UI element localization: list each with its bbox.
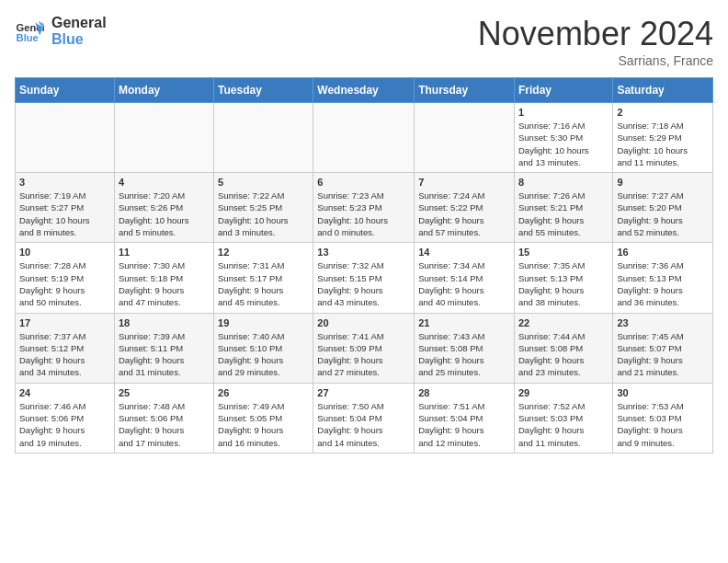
day-number: 21 [418, 317, 510, 328]
day-number: 29 [518, 387, 609, 398]
calendar-cell: 2Sunrise: 7:18 AMSunset: 5:29 PMDaylight… [613, 103, 713, 173]
svg-text:Blue: Blue [17, 32, 39, 43]
logo-icon: General Blue [15, 17, 44, 46]
calendar-week-row: 24Sunrise: 7:46 AMSunset: 5:06 PMDayligh… [16, 383, 713, 453]
day-number: 28 [418, 387, 510, 398]
day-info: Sunrise: 7:31 AMSunset: 5:17 PMDaylight:… [218, 259, 309, 308]
day-info: Sunrise: 7:43 AMSunset: 5:08 PMDaylight:… [418, 330, 510, 379]
calendar-cell: 20Sunrise: 7:41 AMSunset: 5:09 PMDayligh… [313, 313, 415, 383]
calendar-header-friday: Friday [514, 78, 612, 103]
day-number: 27 [317, 387, 410, 398]
calendar-cell: 13Sunrise: 7:32 AMSunset: 5:15 PMDayligh… [313, 243, 415, 313]
day-info: Sunrise: 7:36 AMSunset: 5:13 PMDaylight:… [617, 259, 709, 308]
calendar-cell: 29Sunrise: 7:52 AMSunset: 5:03 PMDayligh… [514, 383, 612, 453]
month-title: November 2024 [478, 15, 713, 53]
logo-text-general: General [51, 15, 107, 31]
day-info: Sunrise: 7:44 AMSunset: 5:08 PMDaylight:… [518, 330, 609, 379]
calendar-cell: 6Sunrise: 7:23 AMSunset: 5:23 PMDaylight… [313, 173, 415, 243]
calendar-week-row: 1Sunrise: 7:16 AMSunset: 5:30 PMDaylight… [16, 103, 713, 173]
calendar-cell: 14Sunrise: 7:34 AMSunset: 5:14 PMDayligh… [415, 243, 515, 313]
day-info: Sunrise: 7:52 AMSunset: 5:03 PMDaylight:… [518, 400, 609, 449]
calendar-cell: 5Sunrise: 7:22 AMSunset: 5:25 PMDaylight… [214, 173, 313, 243]
day-info: Sunrise: 7:35 AMSunset: 5:13 PMDaylight:… [518, 259, 609, 308]
calendar-cell: 27Sunrise: 7:50 AMSunset: 5:04 PMDayligh… [313, 383, 415, 453]
day-number: 24 [19, 387, 110, 398]
day-info: Sunrise: 7:37 AMSunset: 5:12 PMDaylight:… [19, 330, 110, 379]
calendar-header-wednesday: Wednesday [313, 78, 415, 103]
calendar-cell [214, 103, 313, 173]
day-number: 8 [518, 177, 609, 188]
day-number: 30 [617, 387, 709, 398]
day-info: Sunrise: 7:22 AMSunset: 5:25 PMDaylight:… [218, 190, 309, 238]
day-number: 7 [418, 177, 510, 188]
day-info: Sunrise: 7:51 AMSunset: 5:04 PMDaylight:… [418, 400, 510, 449]
calendar-cell: 21Sunrise: 7:43 AMSunset: 5:08 PMDayligh… [415, 313, 515, 383]
calendar-cell: 28Sunrise: 7:51 AMSunset: 5:04 PMDayligh… [415, 383, 515, 453]
day-number: 2 [617, 107, 709, 118]
day-number: 6 [317, 177, 410, 188]
calendar-cell: 22Sunrise: 7:44 AMSunset: 5:08 PMDayligh… [514, 313, 612, 383]
calendar-cell [114, 103, 213, 173]
day-info: Sunrise: 7:49 AMSunset: 5:05 PMDaylight:… [218, 400, 309, 449]
day-info: Sunrise: 7:23 AMSunset: 5:23 PMDaylight:… [317, 190, 410, 238]
calendar-header-saturday: Saturday [613, 78, 713, 103]
calendar-cell [415, 103, 515, 173]
calendar: SundayMondayTuesdayWednesdayThursdayFrid… [15, 77, 713, 454]
title-section: November 2024 Sarrians, France [478, 15, 713, 68]
calendar-cell [313, 103, 415, 173]
day-number: 22 [518, 317, 609, 328]
logo-text-blue: Blue [51, 31, 107, 48]
calendar-header-sunday: Sunday [16, 78, 115, 103]
day-info: Sunrise: 7:30 AMSunset: 5:18 PMDaylight:… [119, 259, 210, 308]
calendar-cell: 18Sunrise: 7:39 AMSunset: 5:11 PMDayligh… [114, 313, 213, 383]
calendar-header-row: SundayMondayTuesdayWednesdayThursdayFrid… [16, 78, 713, 103]
day-info: Sunrise: 7:20 AMSunset: 5:26 PMDaylight:… [119, 190, 210, 238]
calendar-cell: 8Sunrise: 7:26 AMSunset: 5:21 PMDaylight… [514, 173, 612, 243]
calendar-header-thursday: Thursday [415, 78, 515, 103]
calendar-header-tuesday: Tuesday [214, 78, 313, 103]
calendar-cell: 15Sunrise: 7:35 AMSunset: 5:13 PMDayligh… [514, 243, 612, 313]
day-info: Sunrise: 7:46 AMSunset: 5:06 PMDaylight:… [19, 400, 110, 449]
day-info: Sunrise: 7:34 AMSunset: 5:14 PMDaylight:… [418, 259, 510, 308]
day-info: Sunrise: 7:41 AMSunset: 5:09 PMDaylight:… [317, 330, 410, 379]
day-number: 18 [119, 317, 210, 328]
calendar-cell: 30Sunrise: 7:53 AMSunset: 5:03 PMDayligh… [613, 383, 713, 453]
day-number: 14 [418, 247, 510, 258]
day-number: 20 [317, 317, 410, 328]
calendar-cell: 7Sunrise: 7:24 AMSunset: 5:22 PMDaylight… [415, 173, 515, 243]
day-info: Sunrise: 7:19 AMSunset: 5:27 PMDaylight:… [19, 190, 110, 238]
day-number: 23 [617, 317, 709, 328]
calendar-cell: 4Sunrise: 7:20 AMSunset: 5:26 PMDaylight… [114, 173, 213, 243]
day-number: 4 [119, 177, 210, 188]
calendar-cell: 3Sunrise: 7:19 AMSunset: 5:27 PMDaylight… [16, 173, 115, 243]
day-number: 25 [119, 387, 210, 398]
calendar-cell: 24Sunrise: 7:46 AMSunset: 5:06 PMDayligh… [16, 383, 115, 453]
calendar-cell [16, 103, 115, 173]
calendar-cell: 25Sunrise: 7:48 AMSunset: 5:06 PMDayligh… [114, 383, 213, 453]
day-info: Sunrise: 7:32 AMSunset: 5:15 PMDaylight:… [317, 259, 410, 308]
day-info: Sunrise: 7:39 AMSunset: 5:11 PMDaylight:… [119, 330, 210, 379]
day-info: Sunrise: 7:50 AMSunset: 5:04 PMDaylight:… [317, 400, 410, 449]
logo: General Blue General Blue [15, 15, 107, 47]
calendar-cell: 17Sunrise: 7:37 AMSunset: 5:12 PMDayligh… [16, 313, 115, 383]
day-info: Sunrise: 7:45 AMSunset: 5:07 PMDaylight:… [617, 330, 709, 379]
day-number: 11 [119, 247, 210, 258]
calendar-cell: 12Sunrise: 7:31 AMSunset: 5:17 PMDayligh… [214, 243, 313, 313]
day-number: 19 [218, 317, 309, 328]
day-number: 16 [617, 247, 709, 258]
day-number: 12 [218, 247, 309, 258]
day-info: Sunrise: 7:18 AMSunset: 5:29 PMDaylight:… [617, 120, 709, 168]
calendar-week-row: 10Sunrise: 7:28 AMSunset: 5:19 PMDayligh… [16, 243, 713, 313]
day-info: Sunrise: 7:24 AMSunset: 5:22 PMDaylight:… [418, 190, 510, 238]
day-info: Sunrise: 7:40 AMSunset: 5:10 PMDaylight:… [218, 330, 309, 379]
day-info: Sunrise: 7:53 AMSunset: 5:03 PMDaylight:… [617, 400, 709, 449]
calendar-cell: 26Sunrise: 7:49 AMSunset: 5:05 PMDayligh… [214, 383, 313, 453]
day-info: Sunrise: 7:16 AMSunset: 5:30 PMDaylight:… [518, 120, 609, 168]
calendar-week-row: 17Sunrise: 7:37 AMSunset: 5:12 PMDayligh… [16, 313, 713, 383]
day-number: 26 [218, 387, 309, 398]
day-number: 13 [317, 247, 410, 258]
day-number: 10 [19, 247, 110, 258]
day-number: 1 [518, 107, 609, 118]
day-info: Sunrise: 7:28 AMSunset: 5:19 PMDaylight:… [19, 259, 110, 308]
day-number: 17 [19, 317, 110, 328]
